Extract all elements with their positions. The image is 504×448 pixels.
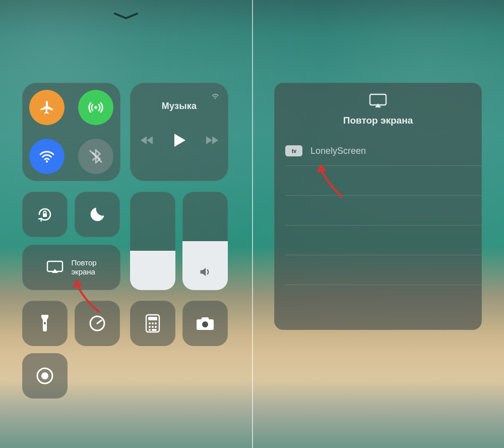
media-next-button[interactable] [204,134,219,146]
svg-point-20 [149,322,151,324]
camera-button[interactable] [182,301,228,346]
svg-line-14 [156,267,157,269]
connectivity-group [22,83,120,181]
calculator-icon [145,314,160,333]
media-title: Музыка [162,101,197,111]
svg-point-1 [46,160,48,162]
svg-point-23 [149,326,151,328]
screen-mirroring-pane: Повтор экрана tv LonelyScreen [252,0,504,448]
airplay-audio-icon [210,90,220,100]
svg-rect-19 [148,317,157,320]
orientation-lock-toggle[interactable] [22,192,68,237]
svg-line-13 [148,275,150,276]
cellular-data-toggle[interactable] [78,90,113,125]
row-separator [285,285,482,285]
media-prev-button[interactable] [140,134,155,146]
flashlight-button[interactable] [22,301,68,346]
volume-slider[interactable] [182,192,228,290]
pane-divider [252,0,253,448]
bluetooth-toggle[interactable] [78,139,113,174]
screen-mirroring-panel-title: Повтор экрана [343,115,413,126]
svg-point-21 [152,322,154,324]
airplay-device-name: LonelyScreen [310,146,366,156]
svg-rect-4 [43,213,47,217]
svg-point-26 [149,329,151,331]
empty-row [274,255,482,285]
empty-row [274,196,482,225]
brightness-slider[interactable] [130,192,175,290]
svg-point-22 [155,322,157,324]
screen-mirroring-header-icon [368,93,388,109]
calculator-button[interactable] [130,301,175,346]
timer-button[interactable] [75,301,120,346]
svg-rect-31 [370,94,386,105]
cellular-icon [86,98,105,117]
airplay-device-row[interactable]: tv LonelyScreen [274,136,482,165]
airplane-mode-toggle[interactable] [29,90,65,125]
apple-tv-badge-icon: tv [285,145,302,156]
svg-point-3 [215,97,216,99]
bluetooth-off-icon [87,148,104,165]
svg-point-6 [151,270,155,274]
screen-mirroring-button[interactable]: Повтор экрана [22,245,120,290]
wifi-icon [38,147,56,165]
media-playback-tile[interactable]: Музыка [130,83,228,181]
timer-icon [87,313,107,333]
svg-point-30 [41,372,48,379]
screen-mirroring-panel: Повтор экрана tv LonelyScreen [274,83,482,330]
svg-line-12 [156,275,157,276]
svg-point-25 [155,326,157,328]
screen-record-button[interactable] [22,353,68,399]
svg-rect-15 [44,322,46,324]
pull-down-handle-icon[interactable] [112,11,140,21]
brightness-icon [146,265,160,279]
svg-point-24 [152,326,154,328]
orientation-lock-icon [34,204,55,225]
wifi-toggle[interactable] [29,139,65,174]
control-center-pane: Музыка [0,0,252,448]
camera-icon [195,315,215,331]
media-play-button[interactable] [173,133,186,148]
svg-line-17 [97,320,101,323]
svg-rect-27 [152,329,157,331]
empty-row [274,226,482,255]
svg-point-0 [94,106,97,109]
record-icon [35,366,55,386]
moon-icon [88,205,106,223]
volume-icon [198,265,212,279]
svg-point-28 [202,321,208,327]
screen-mirroring-icon [46,260,64,275]
flashlight-icon [39,313,51,334]
screen-mirroring-label: Повтор экрана [71,258,96,276]
svg-line-11 [148,267,150,269]
do-not-disturb-toggle[interactable] [75,192,120,237]
airplane-icon [38,99,55,116]
empty-row [274,166,482,195]
